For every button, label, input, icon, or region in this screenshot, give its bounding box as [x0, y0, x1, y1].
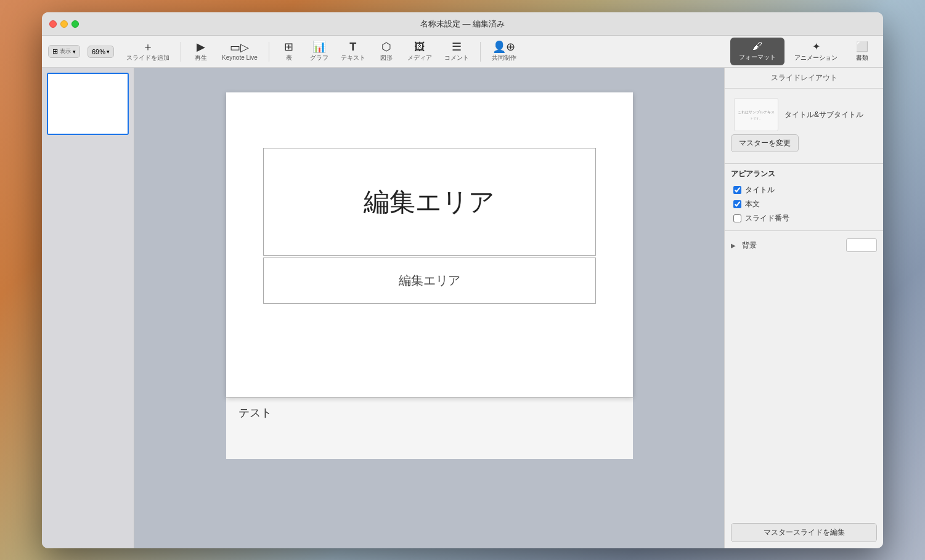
edit-master-button[interactable]: マスタースライドを編集 [731, 523, 877, 542]
add-slide-button[interactable]: ＋ スライドを追加 [121, 39, 174, 65]
keynote-live-icon: ▭▷ [230, 42, 249, 53]
animation-tab[interactable]: ✦ アニメーション [786, 38, 846, 65]
chart-button[interactable]: 📊 グラフ [305, 39, 333, 65]
shape-button[interactable]: ⬡ 図形 [373, 39, 400, 65]
view-label: 表示 [60, 47, 71, 55]
title-checkbox-item[interactable]: タイトル [725, 183, 883, 197]
separator-1 [181, 42, 181, 62]
media-button[interactable]: 🖼 メディア [402, 39, 437, 65]
slide-number-checkbox[interactable] [733, 214, 741, 222]
main-window: 名称未設定 — 編集済み ⊞ 表示 ▾ 69% ▾ ＋ スライドを追加 ▶ 再生 [42, 12, 883, 548]
play-button[interactable]: ▶ 再生 [187, 39, 214, 65]
background-section: ▶ 背景 [725, 236, 883, 254]
slide-number-checkbox-label: スライド番号 [745, 213, 789, 224]
document-label: 書類 [856, 54, 868, 62]
divider-1 [725, 163, 883, 164]
format-icon: 🖌 [752, 41, 762, 52]
divider-2 [725, 230, 883, 231]
comment-label: コメント [444, 54, 469, 62]
zoom-chevron-icon: ▾ [107, 49, 110, 55]
right-toolbar: 🖌 フォーマット ✦ アニメーション ⬜ 書類 [730, 38, 877, 65]
slide-thumbnail-1[interactable] [47, 73, 129, 135]
layout-sample-line1: これはサンプルテキス [738, 110, 775, 115]
keynote-live-label: Keynote Live [222, 54, 258, 61]
main-content: 1 編集エリア 編集エリア テスト スライドレイアウト [42, 68, 883, 548]
view-group: ⊞ 表示 ▾ [48, 45, 80, 58]
format-label: フォーマット [739, 53, 776, 62]
shape-label: 図形 [380, 54, 393, 62]
zoom-button[interactable]: 69% ▾ [88, 46, 114, 58]
separator-3 [480, 42, 481, 62]
slide-layout-section: これはサンプルテキス トです。 タイトル&サブタイトル マスターを変更 [725, 89, 883, 158]
title-text-box[interactable]: 編集エリア [263, 148, 596, 256]
add-slide-label: スライドを追加 [126, 54, 169, 62]
body-checkbox[interactable] [733, 200, 741, 208]
slide-number-checkbox-item[interactable]: スライド番号 [725, 211, 883, 225]
minimize-button[interactable] [60, 20, 68, 28]
titlebar: 名称未設定 — 編集済み [42, 12, 883, 36]
panel-title: スライドレイアウト [725, 68, 883, 89]
view-button[interactable]: ⊞ 表示 ▾ [48, 45, 80, 58]
document-icon: ⬜ [856, 41, 868, 52]
slide-thumbnail-inner [48, 74, 128, 134]
comment-icon: ☰ [452, 41, 462, 52]
body-checkbox-item[interactable]: 本文 [725, 197, 883, 211]
change-master-button[interactable]: マスターを変更 [731, 134, 799, 152]
canvas-area[interactable]: 編集エリア 編集エリア テスト [134, 68, 724, 548]
collab-button[interactable]: 👤⊕ 共同制作 [487, 39, 521, 65]
body-checkbox-label: 本文 [745, 199, 760, 209]
collab-label: 共同制作 [492, 54, 516, 62]
title-checkbox-label: タイトル [745, 185, 775, 195]
layout-thumbnail: これはサンプルテキス トです。 [734, 98, 778, 131]
right-panel: スライドレイアウト これはサンプルテキス トです。 タイトル&サブタイトル マス… [724, 68, 883, 548]
layout-sample-line2: トです。 [750, 116, 762, 120]
view-icon: ⊞ [52, 47, 58, 55]
chart-icon: 📊 [312, 41, 326, 52]
table-button[interactable]: ⊞ 表 [275, 39, 303, 65]
zoom-value: 69% [92, 48, 105, 55]
animation-label: アニメーション [794, 54, 837, 62]
text-icon: T [349, 41, 356, 52]
play-icon: ▶ [197, 41, 205, 52]
close-button[interactable] [49, 20, 57, 28]
bg-color-swatch[interactable] [846, 238, 877, 252]
media-label: メディア [407, 54, 432, 62]
zoom-group: 69% ▾ [88, 46, 114, 58]
toolbar: ⊞ 表示 ▾ 69% ▾ ＋ スライドを追加 ▶ 再生 ▭▷ Keynote L… [42, 36, 883, 68]
table-icon: ⊞ [284, 41, 293, 52]
slide-panel[interactable]: 1 [42, 68, 134, 548]
title-checkbox[interactable] [733, 186, 741, 194]
chart-label: グラフ [310, 54, 328, 62]
add-slide-icon: ＋ [142, 41, 153, 52]
layout-name: タイトル&サブタイトル [784, 110, 863, 120]
table-label: 表 [286, 54, 292, 62]
format-tab[interactable]: 🖌 フォーマット [730, 38, 784, 65]
subtitle-placeholder-text: 編集エリア [399, 272, 460, 289]
media-icon: 🖼 [414, 41, 425, 52]
window-title: 名称未設定 — 編集済み [420, 18, 505, 30]
background-label: 背景 [742, 240, 757, 251]
title-placeholder-text: 編集エリア [364, 185, 495, 219]
appearance-header: アピアランス [725, 169, 883, 183]
subtitle-text-box[interactable]: 編集エリア [263, 258, 596, 304]
comment-button[interactable]: ☰ コメント [439, 39, 474, 65]
text-label: テキスト [341, 54, 365, 62]
maximize-button[interactable] [71, 20, 79, 28]
notes-text: テスト [238, 407, 272, 419]
separator-2 [269, 42, 269, 62]
document-tab[interactable]: ⬜ 書類 [847, 38, 877, 65]
bg-expand-icon[interactable]: ▶ [731, 242, 736, 249]
slide-canvas[interactable]: 編集エリア 編集エリア [226, 92, 633, 397]
shape-icon: ⬡ [381, 41, 391, 52]
text-button[interactable]: T テキスト [336, 39, 370, 65]
notes-area[interactable]: テスト [226, 397, 633, 459]
animation-icon: ✦ [812, 41, 820, 52]
collab-icon: 👤⊕ [492, 41, 515, 52]
play-label: 再生 [195, 54, 207, 62]
layout-option[interactable]: これはサンプルテキス トです。 タイトル&サブタイトル [731, 95, 877, 134]
traffic-lights [49, 20, 79, 28]
keynote-live-button[interactable]: ▭▷ Keynote Live [217, 39, 263, 63]
view-chevron-icon: ▾ [73, 49, 76, 55]
